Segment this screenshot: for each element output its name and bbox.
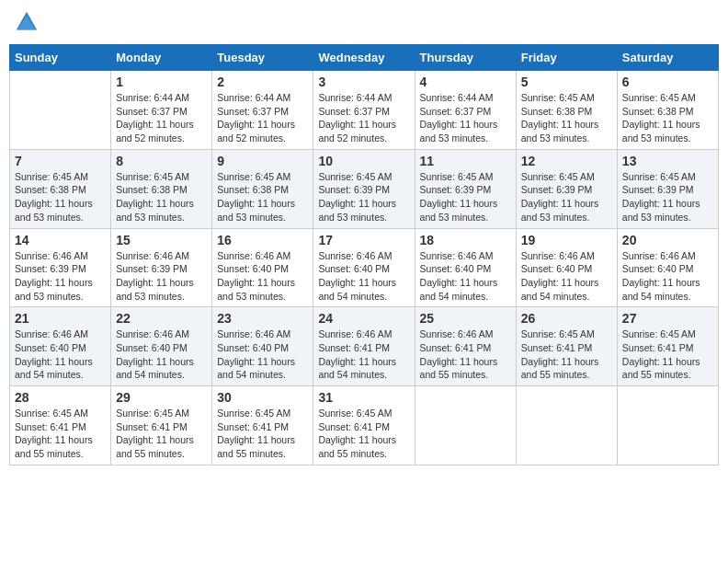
- day-number: 13: [622, 154, 713, 168]
- calendar-cell: 25Sunrise: 6:46 AMSunset: 6:41 PMDayligh…: [415, 307, 516, 386]
- calendar-cell: [415, 386, 516, 465]
- calendar-week-4: 21Sunrise: 6:46 AMSunset: 6:40 PMDayligh…: [10, 307, 719, 386]
- day-number: 9: [217, 154, 308, 168]
- day-number: 18: [420, 233, 511, 247]
- day-info: Sunrise: 6:46 AMSunset: 6:40 PMDaylight:…: [217, 249, 308, 304]
- calendar-cell: 20Sunrise: 6:46 AMSunset: 6:40 PMDayligh…: [617, 228, 718, 307]
- day-info: Sunrise: 6:45 AMSunset: 6:38 PMDaylight:…: [116, 170, 207, 224]
- calendar-cell: 30Sunrise: 6:45 AMSunset: 6:41 PMDayligh…: [212, 386, 313, 465]
- calendar-cell: [10, 71, 111, 150]
- calendar-cell: 17Sunrise: 6:46 AMSunset: 6:40 PMDayligh…: [313, 228, 415, 307]
- weekday-header-monday: Monday: [111, 45, 212, 71]
- day-info: Sunrise: 6:46 AMSunset: 6:40 PMDaylight:…: [420, 249, 511, 304]
- day-info: Sunrise: 6:46 AMSunset: 6:40 PMDaylight:…: [217, 327, 308, 382]
- day-number: 29: [116, 390, 207, 405]
- day-info: Sunrise: 6:44 AMSunset: 6:37 PMDaylight:…: [217, 91, 308, 145]
- calendar-cell: 19Sunrise: 6:46 AMSunset: 6:40 PMDayligh…: [516, 228, 617, 307]
- day-number: 12: [521, 154, 612, 168]
- day-number: 16: [217, 233, 308, 247]
- calendar-cell: 4Sunrise: 6:44 AMSunset: 6:37 PMDaylight…: [415, 71, 516, 150]
- calendar-cell: 9Sunrise: 6:45 AMSunset: 6:38 PMDaylight…: [212, 149, 313, 228]
- day-number: 10: [318, 154, 409, 168]
- day-info: Sunrise: 6:46 AMSunset: 6:40 PMDaylight:…: [116, 327, 207, 382]
- day-number: 23: [217, 311, 308, 326]
- calendar-week-5: 28Sunrise: 6:45 AMSunset: 6:41 PMDayligh…: [10, 386, 719, 465]
- day-number: 17: [318, 233, 409, 247]
- day-info: Sunrise: 6:46 AMSunset: 6:40 PMDaylight:…: [622, 249, 713, 304]
- weekday-header-saturday: Saturday: [617, 45, 718, 71]
- day-info: Sunrise: 6:45 AMSunset: 6:41 PMDaylight:…: [116, 407, 207, 461]
- day-info: Sunrise: 6:45 AMSunset: 6:41 PMDaylight:…: [521, 327, 612, 382]
- calendar-week-3: 14Sunrise: 6:46 AMSunset: 6:39 PMDayligh…: [10, 228, 719, 307]
- calendar-cell: 27Sunrise: 6:45 AMSunset: 6:41 PMDayligh…: [617, 307, 718, 386]
- day-info: Sunrise: 6:44 AMSunset: 6:37 PMDaylight:…: [420, 91, 511, 145]
- day-info: Sunrise: 6:46 AMSunset: 6:39 PMDaylight:…: [116, 249, 207, 304]
- day-info: Sunrise: 6:45 AMSunset: 6:38 PMDaylight:…: [622, 91, 713, 145]
- day-number: 19: [521, 233, 612, 247]
- calendar-cell: 14Sunrise: 6:46 AMSunset: 6:39 PMDayligh…: [10, 228, 111, 307]
- calendar-cell: 15Sunrise: 6:46 AMSunset: 6:39 PMDayligh…: [111, 228, 212, 307]
- day-number: 27: [622, 311, 713, 326]
- day-number: 15: [116, 233, 207, 247]
- day-info: Sunrise: 6:46 AMSunset: 6:41 PMDaylight:…: [318, 327, 409, 382]
- calendar-cell: 8Sunrise: 6:45 AMSunset: 6:38 PMDaylight…: [111, 149, 212, 228]
- calendar-cell: 13Sunrise: 6:45 AMSunset: 6:39 PMDayligh…: [617, 149, 718, 228]
- weekday-header-tuesday: Tuesday: [212, 45, 313, 71]
- weekday-header-row: SundayMondayTuesdayWednesdayThursdayFrid…: [10, 45, 719, 71]
- calendar-cell: 26Sunrise: 6:45 AMSunset: 6:41 PMDayligh…: [516, 307, 617, 386]
- day-info: Sunrise: 6:46 AMSunset: 6:41 PMDaylight:…: [420, 327, 511, 382]
- day-number: 3: [318, 75, 409, 89]
- calendar-cell: 18Sunrise: 6:46 AMSunset: 6:40 PMDayligh…: [415, 228, 516, 307]
- calendar-cell: 16Sunrise: 6:46 AMSunset: 6:40 PMDayligh…: [212, 228, 313, 307]
- day-number: 14: [15, 233, 106, 247]
- weekday-header-wednesday: Wednesday: [313, 45, 415, 71]
- day-number: 30: [217, 390, 308, 405]
- day-number: 28: [15, 390, 106, 405]
- calendar-cell: 31Sunrise: 6:45 AMSunset: 6:41 PMDayligh…: [313, 386, 415, 465]
- calendar-cell: 23Sunrise: 6:46 AMSunset: 6:40 PMDayligh…: [212, 307, 313, 386]
- day-info: Sunrise: 6:45 AMSunset: 6:38 PMDaylight:…: [521, 91, 612, 145]
- day-info: Sunrise: 6:46 AMSunset: 6:39 PMDaylight:…: [15, 249, 106, 304]
- day-info: Sunrise: 6:45 AMSunset: 6:39 PMDaylight:…: [420, 170, 511, 224]
- calendar-cell: [516, 386, 617, 465]
- day-number: 6: [622, 75, 713, 89]
- day-number: 24: [318, 311, 409, 326]
- day-info: Sunrise: 6:45 AMSunset: 6:38 PMDaylight:…: [217, 170, 308, 224]
- day-number: 5: [521, 75, 612, 89]
- calendar-cell: 5Sunrise: 6:45 AMSunset: 6:38 PMDaylight…: [516, 71, 617, 150]
- day-number: 1: [116, 75, 207, 89]
- day-number: 11: [420, 154, 511, 168]
- day-number: 4: [420, 75, 511, 89]
- calendar-cell: 6Sunrise: 6:45 AMSunset: 6:38 PMDaylight…: [617, 71, 718, 150]
- calendar-cell: 28Sunrise: 6:45 AMSunset: 6:41 PMDayligh…: [10, 386, 111, 465]
- calendar-week-1: 1Sunrise: 6:44 AMSunset: 6:37 PMDaylight…: [10, 71, 719, 150]
- day-number: 31: [318, 390, 409, 405]
- weekday-header-sunday: Sunday: [10, 45, 111, 71]
- calendar-week-2: 7Sunrise: 6:45 AMSunset: 6:38 PMDaylight…: [10, 149, 719, 228]
- logo: [14, 9, 43, 35]
- weekday-header-thursday: Thursday: [415, 45, 516, 71]
- calendar-cell: 10Sunrise: 6:45 AMSunset: 6:39 PMDayligh…: [313, 149, 415, 228]
- calendar-cell: 21Sunrise: 6:46 AMSunset: 6:40 PMDayligh…: [10, 307, 111, 386]
- day-number: 2: [217, 75, 308, 89]
- day-number: 7: [15, 154, 106, 168]
- day-info: Sunrise: 6:46 AMSunset: 6:40 PMDaylight:…: [318, 249, 409, 304]
- calendar-table: SundayMondayTuesdayWednesdayThursdayFrid…: [9, 44, 719, 465]
- calendar-cell: 24Sunrise: 6:46 AMSunset: 6:41 PMDayligh…: [313, 307, 415, 386]
- day-info: Sunrise: 6:45 AMSunset: 6:41 PMDaylight:…: [318, 407, 409, 461]
- day-info: Sunrise: 6:46 AMSunset: 6:40 PMDaylight:…: [521, 249, 612, 304]
- day-info: Sunrise: 6:46 AMSunset: 6:40 PMDaylight:…: [15, 327, 106, 382]
- calendar-cell: [617, 386, 718, 465]
- page-header: [9, 9, 719, 35]
- calendar-cell: 1Sunrise: 6:44 AMSunset: 6:37 PMDaylight…: [111, 71, 212, 150]
- weekday-header-friday: Friday: [516, 45, 617, 71]
- day-info: Sunrise: 6:45 AMSunset: 6:41 PMDaylight:…: [622, 327, 713, 382]
- calendar-cell: 22Sunrise: 6:46 AMSunset: 6:40 PMDayligh…: [111, 307, 212, 386]
- calendar-cell: 2Sunrise: 6:44 AMSunset: 6:37 PMDaylight…: [212, 71, 313, 150]
- calendar-cell: 3Sunrise: 6:44 AMSunset: 6:37 PMDaylight…: [313, 71, 415, 150]
- day-info: Sunrise: 6:45 AMSunset: 6:41 PMDaylight:…: [15, 407, 106, 461]
- day-info: Sunrise: 6:44 AMSunset: 6:37 PMDaylight:…: [318, 91, 409, 145]
- calendar-cell: 12Sunrise: 6:45 AMSunset: 6:39 PMDayligh…: [516, 149, 617, 228]
- day-number: 26: [521, 311, 612, 326]
- day-info: Sunrise: 6:45 AMSunset: 6:39 PMDaylight:…: [622, 170, 713, 224]
